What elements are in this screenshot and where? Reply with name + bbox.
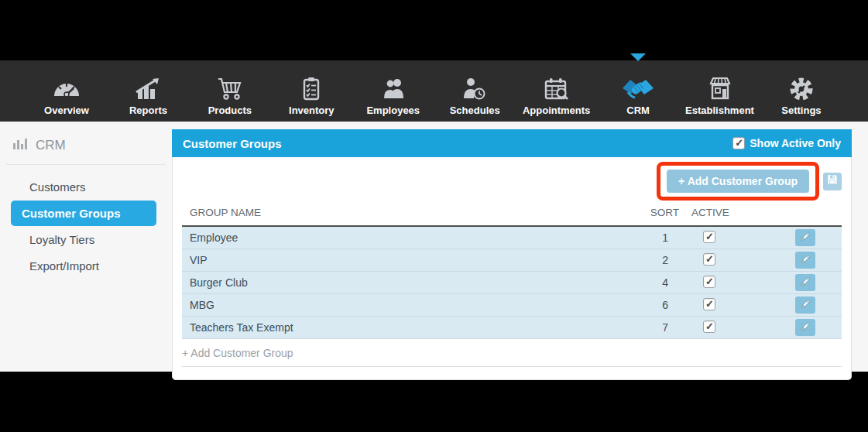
edit-cell	[795, 297, 842, 314]
nav-item-reports[interactable]: Reports	[111, 60, 185, 122]
table-row: Employee 1	[182, 227, 842, 249]
table-header-row: GROUP NAME SORT ACTIVE	[182, 202, 842, 227]
nav-label: Overview	[44, 105, 89, 116]
column-header-group-name: GROUP NAME	[182, 207, 623, 218]
panel-header: Customer Groups Show Active Only	[172, 129, 852, 157]
nav-item-overview[interactable]: Overview	[29, 60, 104, 122]
top-black-band	[0, 0, 868, 60]
active-tab-indicator	[630, 53, 646, 61]
table-row: MBG 6	[182, 294, 842, 317]
nav-label: CRM	[626, 105, 650, 116]
active-checkbox[interactable]	[703, 253, 715, 266]
edit-cell	[795, 274, 842, 291]
active-checkbox[interactable]	[703, 231, 715, 243]
panel-body: + Add Customer Group	[172, 157, 852, 380]
shopping-cart-icon	[213, 70, 247, 103]
sidebar-item-loyalty-tiers[interactable]: Loyalty Tiers	[11, 227, 156, 252]
nav-item-settings[interactable]: Settings	[764, 60, 839, 122]
app-window: Overview Reports	[0, 0, 868, 432]
table-row: Teachers Tax Exempt 7	[182, 317, 842, 339]
content-area: CRM Customers Customer Groups Loyalty Ti…	[0, 122, 868, 372]
column-header-active: ACTIVE	[679, 207, 795, 218]
sidebar-item-customers[interactable]: Customers	[11, 174, 156, 200]
nav-item-schedules[interactable]: Schedules	[437, 60, 512, 122]
nav-label: Employees	[366, 105, 420, 116]
pencil-icon	[799, 298, 811, 313]
sort-cell: 4	[623, 276, 679, 289]
crm-sidebar: CRM Customers Customer Groups Loyalty Ti…	[0, 122, 172, 372]
gauge-icon	[50, 70, 84, 103]
edit-button[interactable]	[795, 252, 815, 269]
floppy-disk-icon	[826, 173, 839, 189]
nav-item-crm[interactable]: CRM	[601, 60, 675, 122]
table-row: VIP 2	[182, 249, 842, 272]
toolbar: + Add Customer Group	[182, 162, 842, 201]
person-clock-icon	[458, 70, 492, 103]
column-header-sort: SORT	[623, 207, 679, 218]
clipboard-icon	[294, 70, 328, 103]
people-icon	[376, 70, 410, 103]
active-checkbox[interactable]	[703, 276, 715, 288]
bottom-black-band	[0, 372, 868, 432]
group-name-cell: Burger Club	[182, 276, 623, 289]
nav-item-establishment[interactable]: Establishment	[683, 60, 757, 122]
pencil-icon	[799, 276, 811, 290]
gear-wrench-icon	[784, 70, 818, 103]
active-cell	[679, 253, 795, 268]
chart-arrow-icon	[131, 70, 165, 103]
main-navbar: Overview Reports	[0, 60, 868, 122]
edit-button[interactable]	[795, 319, 815, 336]
nav-label: Establishment	[685, 105, 754, 116]
group-name-cell: VIP	[182, 254, 623, 266]
active-checkbox[interactable]	[703, 321, 715, 333]
active-cell	[679, 321, 795, 335]
nav-label: Settings	[781, 105, 821, 116]
show-active-only-label: Show Active Only	[750, 137, 841, 149]
table-row: Burger Club 4	[182, 272, 842, 294]
sidebar-item-customer-groups[interactable]: Customer Groups	[11, 201, 156, 226]
add-customer-group-link[interactable]: + Add Customer Group	[182, 339, 842, 367]
calendar-search-icon	[540, 70, 574, 103]
save-button[interactable]	[823, 173, 842, 190]
customer-groups-table: GROUP NAME SORT ACTIVE Employee 1 VIP 2	[182, 202, 842, 367]
pencil-icon	[799, 231, 811, 245]
show-active-only-toggle[interactable]: Show Active Only	[732, 137, 841, 149]
active-cell	[679, 298, 795, 313]
nav-label: Reports	[129, 105, 167, 116]
handshake-icon	[620, 70, 656, 103]
active-checkbox[interactable]	[703, 298, 715, 310]
pencil-icon	[799, 321, 811, 335]
divider	[6, 164, 166, 165]
edit-button[interactable]	[795, 229, 815, 246]
active-cell	[679, 231, 795, 245]
storefront-icon	[703, 70, 737, 103]
group-name-cell: Teachers Tax Exempt	[182, 321, 623, 334]
panel-title: Customer Groups	[183, 137, 282, 150]
sort-cell: 6	[623, 299, 679, 311]
sidebar-title: CRM	[36, 138, 66, 153]
sidebar-item-export-import[interactable]: Export/Import	[11, 253, 156, 279]
main-area: Customer Groups Show Active Only + Add C…	[172, 122, 868, 372]
add-customer-group-button[interactable]: + Add Customer Group	[667, 170, 809, 193]
sort-cell: 2	[623, 254, 679, 266]
active-cell	[679, 276, 795, 290]
nav-item-products[interactable]: Products	[193, 60, 267, 122]
group-name-cell: Employee	[182, 231, 623, 244]
edit-cell	[795, 252, 842, 269]
nav-label: Products	[208, 105, 252, 116]
nav-label: Schedules	[450, 105, 500, 116]
annotation-highlight-box: + Add Customer Group	[657, 162, 819, 201]
sort-cell: 1	[623, 231, 679, 244]
show-active-only-checkbox[interactable]	[732, 137, 745, 149]
nav-label: Appointments	[523, 105, 590, 116]
nav-label: Inventory	[289, 105, 335, 116]
sort-cell: 7	[623, 321, 679, 334]
bar-chart-icon	[13, 137, 29, 153]
edit-button[interactable]	[795, 274, 815, 291]
nav-item-appointments[interactable]: Appointments	[520, 60, 594, 122]
edit-cell	[795, 319, 842, 336]
edit-button[interactable]	[795, 297, 815, 314]
nav-item-employees[interactable]: Employees	[356, 60, 431, 122]
nav-item-inventory[interactable]: Inventory	[274, 60, 348, 122]
sidebar-header: CRM	[0, 134, 172, 164]
